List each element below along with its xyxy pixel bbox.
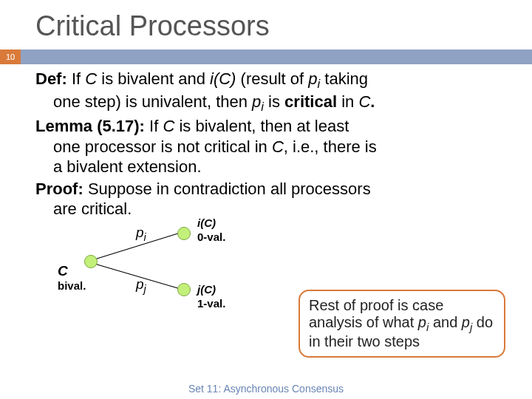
slide-number: 10 bbox=[0, 50, 21, 64]
def-line2: one step) is univalent, then pi is criti… bbox=[35, 92, 505, 115]
label-ic: i(C) 0-val. bbox=[197, 215, 225, 245]
lemma-line2: one processor is not critical in C, i.e.… bbox=[35, 137, 505, 157]
accent-bar: 10 bbox=[0, 50, 532, 64]
def-label: Def: bbox=[35, 69, 67, 88]
accent-bar-fill bbox=[21, 50, 532, 64]
proof-block: Proof: Suppose in contradiction all proc… bbox=[35, 179, 505, 219]
label-pi: pi bbox=[136, 225, 146, 243]
label-c: C bival. bbox=[58, 264, 86, 293]
note-box: Rest of proof is case analysis of what p… bbox=[299, 290, 505, 358]
proof-label: Proof: bbox=[35, 180, 83, 198]
label-jc: j(C) 1-val. bbox=[197, 282, 225, 311]
lemma-block: Lemma (5.17): If C is bivalent, then at … bbox=[35, 116, 505, 177]
footer-text: Set 11: Asynchronous Consensus bbox=[0, 383, 532, 395]
slide-title: Critical Processors bbox=[0, 0, 532, 50]
diagram: pi pj C bival. i(C) 0-val. j(C) 1-val. bbox=[53, 224, 260, 335]
node-jc bbox=[177, 283, 191, 296]
node-c bbox=[84, 255, 98, 268]
definition-block: Def: If C is bivalent and i(C) (result o… bbox=[35, 69, 505, 115]
node-ic bbox=[177, 227, 191, 240]
label-pj: pj bbox=[136, 277, 146, 295]
lemma-label: Lemma (5.17): bbox=[35, 117, 145, 135]
lemma-line3: a bivalent extension. bbox=[35, 157, 505, 177]
proof-line2: are critical. bbox=[35, 199, 505, 219]
